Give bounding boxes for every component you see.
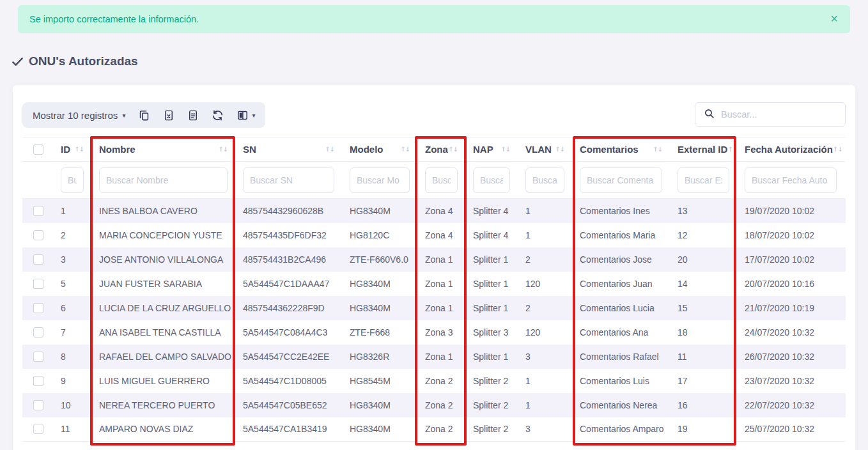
sort-icon[interactable]: ↑↓ [833, 146, 842, 153]
col-header-zona[interactable]: Zona [425, 144, 448, 155]
records-per-page-dropdown[interactable]: Mostrar 10 registros ▾ [33, 110, 125, 121]
cell-nombre: LUIS MIGUEL GUERRERO [93, 369, 236, 393]
col-header-comentarios[interactable]: Comentarios [580, 144, 639, 155]
row-checkbox[interactable] [33, 376, 43, 386]
sort-icon[interactable]: ↑↓ [555, 146, 564, 153]
cell-sn: 485754435DF6DF32 [236, 223, 343, 247]
cell-id: 6 [54, 296, 93, 320]
sort-icon[interactable]: ↑↓ [218, 146, 228, 153]
filter-input-nap[interactable] [473, 167, 510, 193]
cell-zona: Zona 4 [419, 199, 467, 223]
cell-vlan: 1 [519, 369, 573, 393]
cell-comentarios: Comentarios Nerea [573, 393, 671, 417]
cell-fecha: 17/07/2020 10:02 [738, 247, 846, 272]
row-checkbox[interactable] [33, 279, 43, 289]
export-excel-button[interactable] [163, 109, 174, 121]
table-row: 11 AMPARO NOVAS DIAZ 5A544547CA1B3419 HG… [22, 417, 846, 442]
col-header-vlan[interactable]: VLAN [525, 144, 552, 155]
file-export-icon [187, 109, 199, 121]
cell-id: 10 [54, 393, 93, 417]
success-notification: Se importo correctamente la información.… [18, 5, 850, 33]
cell-vlan: 1 [519, 223, 573, 247]
col-header-nap[interactable]: NAP [473, 144, 493, 155]
table-row: 3 JOSE ANTONIO VILLALONGA 485754431B2CA4… [22, 247, 846, 272]
row-checkbox[interactable] [33, 303, 43, 313]
cell-nap: Splitter 1 [467, 247, 519, 272]
cell-nombre: NEREA TERCERO PUERTO [93, 393, 236, 417]
sort-icon[interactable]: ↑↓ [727, 146, 737, 153]
cell-fecha: 20/07/2020 10:16 [738, 272, 846, 296]
cell-nap: Splitter 4 [467, 223, 519, 247]
sort-icon[interactable]: ↑↓ [74, 146, 84, 153]
refresh-icon [212, 109, 224, 121]
cell-nombre: LUCIA DE LA CRUZ ARGUELLO [93, 296, 236, 320]
row-checkbox[interactable] [33, 424, 43, 434]
cell-nombre: JUAN FUSTER SARABIA [93, 272, 236, 296]
column-visibility-button[interactable]: ▾ [236, 109, 255, 121]
col-header-modelo[interactable]: Modelo [350, 144, 384, 155]
row-checkbox[interactable] [33, 254, 43, 265]
records-per-page-label: Mostrar 10 registros [33, 110, 118, 121]
sort-icon[interactable]: ↑↓ [400, 146, 410, 153]
col-header-id[interactable]: ID [61, 144, 70, 155]
cell-zona: Zona 2 [419, 393, 467, 417]
cell-external-id: 19 [671, 417, 738, 442]
cell-modelo: HG8340M [343, 393, 419, 417]
filter-input-zona[interactable] [425, 167, 458, 193]
filter-input-sn[interactable] [243, 167, 334, 193]
cell-nap: Splitter 3 [467, 320, 519, 345]
search-input[interactable] [721, 109, 841, 120]
row-checkbox[interactable] [33, 352, 43, 362]
filter-input-fecha[interactable] [745, 167, 837, 193]
export-file-button[interactable] [187, 109, 199, 121]
filter-input-nombre[interactable] [99, 167, 228, 193]
filter-input-id[interactable] [61, 167, 84, 193]
cell-nap: Splitter 1 [467, 345, 519, 369]
cell-id: 11 [54, 417, 93, 442]
filter-input-comentarios[interactable] [580, 167, 662, 193]
sort-icon[interactable]: ↑↓ [500, 146, 510, 153]
close-icon[interactable]: ✕ [830, 14, 839, 24]
filter-input-vlan[interactable] [525, 167, 564, 193]
row-checkbox[interactable] [33, 400, 43, 410]
cell-nombre: RAFAEL DEL CAMPO SALVADO [93, 345, 236, 369]
copy-button[interactable] [138, 109, 150, 121]
sort-icon[interactable]: ↑↓ [325, 146, 334, 153]
cell-nombre: AMPARO NOVAS DIAZ [93, 417, 236, 442]
filter-input-external-id[interactable] [678, 167, 729, 193]
cell-vlan: 1 [519, 393, 573, 417]
sort-icon[interactable]: ↑↓ [653, 146, 662, 153]
cell-zona: Zona 3 [419, 320, 467, 345]
cell-zona: Zona 2 [419, 417, 467, 442]
cell-id: 1 [54, 199, 93, 223]
sort-icon[interactable]: ↑↓ [448, 146, 458, 153]
row-checkbox[interactable] [33, 206, 43, 216]
col-header-sn[interactable]: SN [243, 144, 256, 155]
cell-comentarios: Comentarios Juan [573, 272, 671, 296]
select-all-checkbox[interactable] [33, 144, 43, 155]
cell-modelo: HG8120C [343, 223, 419, 247]
cell-zona: Zona 4 [419, 223, 467, 247]
row-checkbox[interactable] [33, 230, 43, 240]
cell-fecha: 25/07/2020 10:32 [738, 417, 846, 442]
col-header-fecha[interactable]: Fecha Autorización [745, 144, 833, 155]
cell-fecha: 26/07/2020 10:32 [738, 345, 846, 369]
cell-nombre: ANA ISABEL TENA CASTILLA [93, 320, 236, 345]
excel-export-icon [163, 109, 174, 121]
col-header-nombre[interactable]: Nombre [99, 144, 136, 155]
cell-id: 2 [54, 223, 93, 247]
table-row: 5 JUAN FUSTER SARABIA 5A544547C1DAAA47 H… [22, 272, 846, 296]
table-row: 9 LUIS MIGUEL GUERRERO 5A544547C1D08005 … [22, 369, 846, 393]
row-checkbox[interactable] [33, 327, 43, 338]
search-icon [704, 108, 715, 121]
col-header-external-id[interactable]: External ID [678, 144, 727, 155]
filter-input-modelo[interactable] [350, 167, 410, 193]
cell-comentarios: Comentarios Maria [573, 223, 671, 247]
cell-external-id: 17 [671, 369, 738, 393]
cell-nap: Splitter 4 [467, 199, 519, 223]
cell-modelo: ZTE-F660V6.0 [343, 247, 419, 272]
cell-zona: Zona 1 [419, 272, 467, 296]
cell-comentarios: Comentarios Ana [573, 320, 671, 345]
refresh-button[interactable] [212, 109, 224, 121]
cell-vlan: 3 [519, 345, 573, 369]
